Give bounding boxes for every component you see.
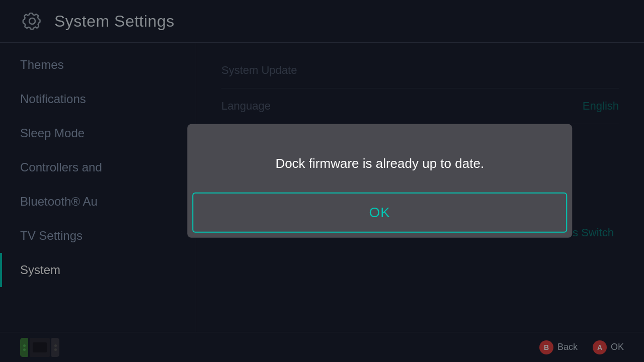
dialog-ok-button[interactable]: OK [192, 193, 567, 233]
dialog-body: Dock firmware is already up to date. [187, 124, 572, 188]
dialog: Dock firmware is already up to date. OK [187, 124, 572, 238]
dialog-message: Dock firmware is already up to date. [207, 154, 552, 172]
